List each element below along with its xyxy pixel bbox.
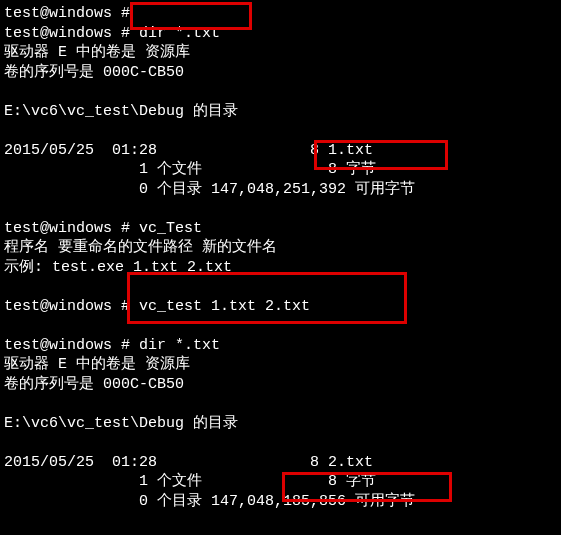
command-dir: dir *.txt [139,337,220,354]
file-listing-row: 2015/05/25 01:28 8 1.txt [4,141,557,161]
file-date: 2015/05/25 01:28 [4,454,157,471]
blank [4,433,557,453]
summary-dirs: 0 个目录 147,048,251,392 可用字节 [4,180,557,200]
blank [4,394,557,414]
prompt: test@windows # [4,25,130,42]
prompt: test@windows # [4,298,130,315]
output-drive-label: 驱动器 E 中的卷是 资源库 [4,355,557,375]
blank [4,121,557,141]
summary-files: 1 个文件 8 字节 [4,472,557,492]
command-vctest-usage: vc_Test [139,220,202,237]
blank [4,199,557,219]
usage-example: 示例: test.exe 1.txt 2.txt [4,258,557,278]
command-vctest-rename: vc_test 1.txt 2.txt [139,298,310,315]
output-serial: 卷的序列号是 000C-CB50 [4,63,557,83]
command-line-4: test@windows # dir *.txt [4,336,557,356]
prompt-line-empty: test@windows # [4,4,557,24]
command-line-3: test@windows # vc_test 1.txt 2.txt [4,297,557,317]
prompt: test@windows # [4,5,130,22]
output-dir-path: E:\vc6\vc_test\Debug 的目录 [4,414,557,434]
blank [4,82,557,102]
command-dir: dir *.txt [139,25,220,42]
summary-files: 1 个文件 8 字节 [4,160,557,180]
blank [4,316,557,336]
summary-dirs: 0 个目录 147,048,185,856 可用字节 [4,492,557,512]
prompt: test@windows # [4,220,130,237]
file-date: 2015/05/25 01:28 [4,142,157,159]
file-entry: 8 2.txt [310,454,373,471]
usage-text: 程序名 要重命名的文件路径 新的文件名 [4,238,557,258]
command-line-1: test@windows # dir *.txt [4,24,557,44]
output-drive-label: 驱动器 E 中的卷是 资源库 [4,43,557,63]
prompt: test@windows # [4,337,130,354]
output-serial: 卷的序列号是 000C-CB50 [4,375,557,395]
command-line-2: test@windows # vc_Test [4,219,557,239]
file-listing-row: 2015/05/25 01:28 8 2.txt [4,453,557,473]
output-dir-path: E:\vc6\vc_test\Debug 的目录 [4,102,557,122]
file-entry: 8 1.txt [310,142,373,159]
blank [4,277,557,297]
